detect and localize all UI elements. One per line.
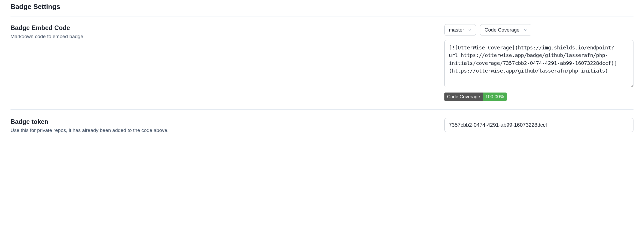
badge-token-input[interactable] [444, 118, 633, 132]
branch-select-value: master [449, 27, 464, 33]
chevron-down-icon [468, 28, 472, 32]
branch-select[interactable]: master [444, 24, 476, 36]
badge-token-section: Badge token Use this for private repos, … [11, 109, 633, 142]
badge-type-select[interactable]: Code Coverage [480, 24, 531, 36]
badge-preview-value: 100.00% [483, 93, 507, 101]
badge-preview-label: Code Coverage [444, 93, 483, 101]
embed-heading: Badge Embed Code [11, 24, 434, 32]
page-title: Badge Settings [11, 3, 633, 17]
token-description: Use this for private repos, it has alrea… [11, 127, 434, 134]
badge-embed-section: Badge Embed Code Markdown code to embed … [11, 24, 633, 109]
embed-description: Markdown code to embed badge [11, 33, 434, 40]
badge-preview: Code Coverage 100.00% [444, 93, 507, 101]
chevron-down-icon [523, 28, 527, 32]
token-heading: Badge token [11, 118, 434, 125]
embed-code-textarea[interactable] [444, 40, 633, 87]
badge-type-select-value: Code Coverage [485, 27, 520, 33]
